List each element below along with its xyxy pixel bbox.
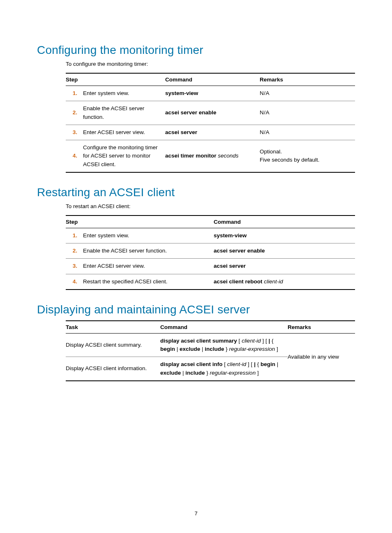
table-row: Display ACSEI client summary.display acs… bbox=[66, 333, 355, 357]
step-description: Configure the monitoring timer for ACSEI… bbox=[83, 140, 165, 172]
command-cell: acsei client reboot client-id bbox=[214, 274, 355, 290]
section-heading-monitoring-timer: Configuring the monitoring timer bbox=[37, 44, 355, 57]
table-row: 1.Enter system view.system-view bbox=[66, 228, 355, 243]
step-description: Enter system view. bbox=[83, 228, 214, 243]
page-number: 7 bbox=[0, 510, 392, 517]
step-description: Enter ACSEI server view. bbox=[83, 125, 165, 140]
step-description: Enable the ACSEI server function. bbox=[83, 101, 165, 125]
table-row: 4.Configure the monitoring timer for ACS… bbox=[66, 140, 355, 172]
intro-text: To restart an ACSEI client: bbox=[66, 203, 355, 209]
section-heading-display-maintain: Displaying and maintaining ACSEI server bbox=[37, 303, 355, 316]
command-cell: system-view bbox=[214, 228, 355, 243]
step-number: 3. bbox=[66, 125, 83, 140]
command-cell: acsei server bbox=[165, 125, 260, 140]
col-task: Task bbox=[66, 321, 160, 334]
table-row: 1.Enter system view.system-viewN/A bbox=[66, 86, 355, 101]
command-cell: acsei server enable bbox=[214, 243, 355, 259]
command-cell: acsei server enable bbox=[165, 101, 260, 125]
table-row: 2.Enable the ACSEI server function.acsei… bbox=[66, 101, 355, 125]
command-cell: display acsei client info [ client-id ] … bbox=[160, 357, 288, 381]
command-cell: acsei server bbox=[214, 259, 355, 274]
section-heading-restart-client: Restarting an ACSEI client bbox=[37, 186, 355, 199]
col-command: Command bbox=[165, 73, 260, 86]
table-row: 3.Enter ACSEI server view.acsei server bbox=[66, 259, 355, 274]
step-description: Enable the ACSEI server function. bbox=[83, 243, 214, 259]
col-command: Command bbox=[214, 216, 355, 228]
step-number: 1. bbox=[66, 86, 83, 101]
remarks-cell: N/A bbox=[260, 86, 355, 101]
step-number: 4. bbox=[66, 140, 83, 172]
intro-text: To configure the monitoring timer: bbox=[66, 61, 355, 67]
step-number: 2. bbox=[66, 243, 83, 259]
col-remarks: Remarks bbox=[288, 321, 355, 334]
command-cell: display acsei client summary [ client-id… bbox=[160, 333, 288, 357]
step-description: Enter system view. bbox=[83, 86, 165, 101]
step-number: 3. bbox=[66, 259, 83, 274]
col-step: Step bbox=[66, 73, 165, 86]
col-command: Command bbox=[160, 321, 288, 334]
step-number: 4. bbox=[66, 274, 83, 290]
remarks-cell: Optional.Five seconds by default. bbox=[260, 140, 355, 172]
remarks-cell: Available in any view bbox=[288, 333, 355, 381]
task-cell: Display ACSEI client summary. bbox=[66, 333, 160, 357]
remarks-cell: N/A bbox=[260, 125, 355, 140]
page-content: Configuring the monitoring timer To conf… bbox=[0, 0, 392, 381]
step-description: Restart the specified ACSEI client. bbox=[83, 274, 214, 290]
step-number: 1. bbox=[66, 228, 83, 243]
col-step: Step bbox=[66, 216, 214, 228]
table-monitoring-timer: Step Command Remarks 1.Enter system view… bbox=[66, 73, 355, 173]
command-cell: system-view bbox=[165, 86, 260, 101]
table-restart-client: Step Command 1.Enter system view.system-… bbox=[66, 215, 355, 290]
col-remarks: Remarks bbox=[260, 73, 355, 86]
command-cell: acsei timer monitor seconds bbox=[165, 140, 260, 172]
table-row: 3.Enter ACSEI server view.acsei serverN/… bbox=[66, 125, 355, 140]
table-row: 4.Restart the specified ACSEI client.acs… bbox=[66, 274, 355, 290]
table-row: 2.Enable the ACSEI server function.acsei… bbox=[66, 243, 355, 259]
step-number: 2. bbox=[66, 101, 83, 125]
task-cell: Display ACSEI client information. bbox=[66, 357, 160, 381]
table-display-maintain: Task Command Remarks Display ACSEI clien… bbox=[66, 320, 355, 381]
remarks-cell: N/A bbox=[260, 101, 355, 125]
step-description: Enter ACSEI server view. bbox=[83, 259, 214, 274]
